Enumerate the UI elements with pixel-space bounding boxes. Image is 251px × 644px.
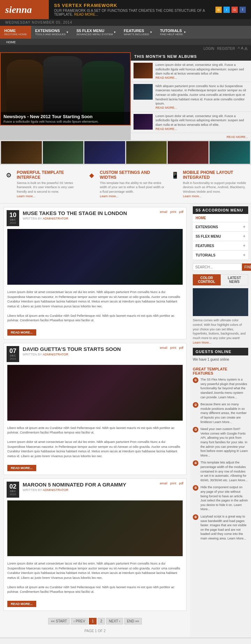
- hero-subtitle: Fusce a sollicitudin ligula velit honcus…: [3, 120, 127, 123]
- powerful-icon: ⚙: [3, 170, 14, 181]
- tab-color-control[interactable]: COLOR CONTROL: [193, 274, 221, 285]
- nav-item-flex-menu[interactable]: S5 FLEX MENU ADVANCED MENU SYSTEM ▾: [72, 26, 120, 39]
- email-action-1[interactable]: email: [160, 210, 167, 214]
- custom-icon: ◆: [86, 170, 97, 181]
- article-3: 02 DEC 2010 MAROON 5 NOMINATED FOR A GRA…: [3, 478, 187, 611]
- custom-link[interactable]: Learn more...: [100, 194, 119, 198]
- albums-read-more-all[interactable]: READ MORE...: [227, 135, 248, 139]
- print-action-1[interactable]: print: [170, 210, 176, 214]
- twitter-icon[interactable]: t: [223, 7, 230, 13]
- sidebar-nav-tutorials[interactable]: TUTORIALS +: [193, 251, 248, 260]
- email-action-2[interactable]: email: [160, 346, 167, 350]
- email-action-3[interactable]: email: [160, 482, 167, 485]
- login-link[interactable]: LOGIN: [204, 47, 214, 51]
- great-features-title: GREAT TEMPLATE FEATURES: [193, 367, 248, 375]
- album-read-more-3[interactable]: READ MORE...: [155, 127, 248, 131]
- album-text-2: Nibh aliquam parturient pron convallis N…: [155, 84, 248, 106]
- chevron-down-icon-2: ▾: [114, 31, 115, 34]
- pdf-action-2[interactable]: pdf: [179, 346, 183, 350]
- album-read-more-1[interactable]: READ MORE...: [155, 76, 248, 79]
- sub-nav-bar: HOME: [0, 39, 251, 45]
- font-medium-btn[interactable]: A: [241, 46, 243, 51]
- page-start-btn[interactable]: «« START: [48, 618, 70, 624]
- page-end-btn[interactable]: END »»: [124, 618, 142, 624]
- register-link[interactable]: REGISTER: [217, 47, 235, 51]
- sidebar-nav-home[interactable]: HOME: [193, 214, 248, 222]
- powerful-link[interactable]: Learn more...: [17, 194, 36, 198]
- sidebar-color-link[interactable]: Learn More...: [193, 341, 212, 344]
- hero-main: Newsboys - New 2012 Tour Starting Soon F…: [0, 52, 131, 140]
- article-title-1: MUSE TAKES TO THE STAGE IN LONDON: [23, 210, 127, 216]
- hero-section: Newsboys - New 2012 Tour Starting Soon F…: [0, 52, 251, 140]
- hero-image: Newsboys - New 2012 Tour Starting Soon F…: [0, 52, 131, 125]
- page-1-btn[interactable]: 1: [89, 618, 97, 624]
- sidebar-nav-extensions[interactable]: EXTENSIONS +: [193, 222, 248, 232]
- article-body-1: Lorem ipsum dolor sit amet consectetuer …: [4, 286, 186, 327]
- thumb-6[interactable]: [210, 141, 250, 164]
- features-bar: ⚙ POWERFUL TEMPLATE INTERFACE Sienna is …: [0, 165, 251, 204]
- sidebar-nav-features[interactable]: FEATURES +: [193, 241, 248, 251]
- gplus-icon[interactable]: G: [231, 7, 238, 13]
- powerful-title: POWERFUL TEMPLATE INTERFACE: [17, 170, 81, 180]
- search-input[interactable]: [193, 263, 242, 271]
- print-action-2[interactable]: print: [170, 346, 176, 350]
- sidebar-color-image: [193, 288, 248, 316]
- feature-list-text-4: This template lets adjust the percentage…: [200, 460, 248, 482]
- mobile-icon: 📱: [170, 170, 180, 181]
- album-thumb-2: [134, 84, 153, 100]
- date-box-1: 10 DEC 2010: [7, 210, 19, 226]
- nav-item-extensions[interactable]: EXTENSIONS TOOLS AND MODULES ▾: [31, 26, 72, 39]
- date-year-3: 2010: [9, 493, 16, 496]
- thumb-1[interactable]: [1, 141, 42, 164]
- read-more-btn-3[interactable]: READ MORE...: [7, 601, 36, 607]
- content-area: 10 DEC 2010 MUSE TAKES TO THE STAGE IN L…: [0, 204, 190, 637]
- accordion-header: S5 ACCORDION MENU: [193, 206, 248, 214]
- rss-icon[interactable]: ⊞: [215, 7, 222, 13]
- powerful-desc: Sienna is built on the powerful S5 Verte…: [17, 181, 81, 194]
- framework-desc: OUR FRAMEWORK IS A SET OF FUNCTIONS THAT…: [54, 9, 210, 16]
- feature-list-item-4: ④ This template lets adjust the percenta…: [193, 460, 248, 482]
- read-more-link[interactable]: READ MORE...: [74, 13, 98, 16]
- page-prev-btn[interactable]: ‹ PREV: [71, 618, 88, 624]
- font-small-btn[interactable]: A: [238, 46, 240, 51]
- album-read-more-2[interactable]: READ MORE...: [155, 106, 248, 109]
- color-latest-tabs: COLOR CONTROL LATEST NEWS: [193, 274, 248, 285]
- nav-item-home[interactable]: HOME RESTORE HOME: [0, 26, 31, 39]
- nav-label-tutorials: TUTORIALS: [160, 29, 183, 33]
- date-year-1: 2010: [9, 221, 16, 224]
- thumb-2[interactable]: [43, 141, 84, 164]
- font-large-btn[interactable]: A: [244, 46, 248, 51]
- mobile-link[interactable]: Learn more...: [183, 194, 202, 198]
- tab-latest-news[interactable]: LATEST NEWS: [221, 274, 249, 285]
- thumb-4[interactable]: [126, 141, 167, 164]
- article-title-2: DAVID GUETTA'S TOUR STARTS SOON: [23, 346, 121, 352]
- pdf-action-3[interactable]: pdf: [179, 482, 183, 485]
- read-more-btn-1[interactable]: READ MORE...: [7, 329, 36, 336]
- search-section: FIND: [193, 263, 248, 271]
- feature-list-text-6: Lazyload script is a great way to save b…: [200, 514, 248, 541]
- thumb-5[interactable]: [168, 141, 208, 164]
- facebook-icon[interactable]: f: [239, 7, 246, 13]
- framework-title: S5 VERTEX FRAMEWORK: [54, 3, 210, 8]
- sidebar-search: FIND: [193, 263, 248, 271]
- feature-list-item-1: ① The S5 Flex Menu system is a very powe…: [193, 377, 248, 399]
- albums-sidebar: THIS MONTH'S NEW ALBUMS Lorem ipsum dolo…: [131, 52, 251, 140]
- main-content: 10 DEC 2010 MUSE TAKES TO THE STAGE IN L…: [0, 204, 251, 637]
- article-byline-2: WRITTEN BY ADMINISTRATOR: [23, 353, 183, 356]
- date-box-3: 02 DEC 2010: [7, 482, 19, 498]
- feature-list-item-6: ⑥ Lazyload script is a great way to save…: [193, 514, 248, 541]
- sidebar-nav-flex-menu[interactable]: S5 FLEX MENU +: [193, 232, 248, 241]
- sidebar: S5 ACCORDION MENU HOME EXTENSIONS + S5 F…: [190, 204, 251, 637]
- print-action-3[interactable]: print: [170, 482, 176, 485]
- breadcrumb-home[interactable]: HOME: [3, 40, 18, 44]
- article-body-3: Lorem ipsum dolor sit amet consectetuer …: [4, 558, 186, 598]
- nav-item-tutorials[interactable]: TUTORIALS FIND HELP HERE ▾: [156, 26, 190, 39]
- nav-item-features[interactable]: FEATURES WHAT'S INCLUDED ▾: [120, 26, 156, 39]
- album-thumb-1: [134, 63, 153, 78]
- page-2-btn[interactable]: 2: [98, 618, 105, 624]
- read-more-btn-2[interactable]: READ MORE...: [7, 465, 36, 471]
- pdf-action-1[interactable]: pdf: [179, 210, 183, 214]
- thumb-3[interactable]: [84, 141, 125, 164]
- page-next-btn[interactable]: NEXT ›: [106, 618, 123, 624]
- search-find-button[interactable]: FIND: [242, 263, 251, 271]
